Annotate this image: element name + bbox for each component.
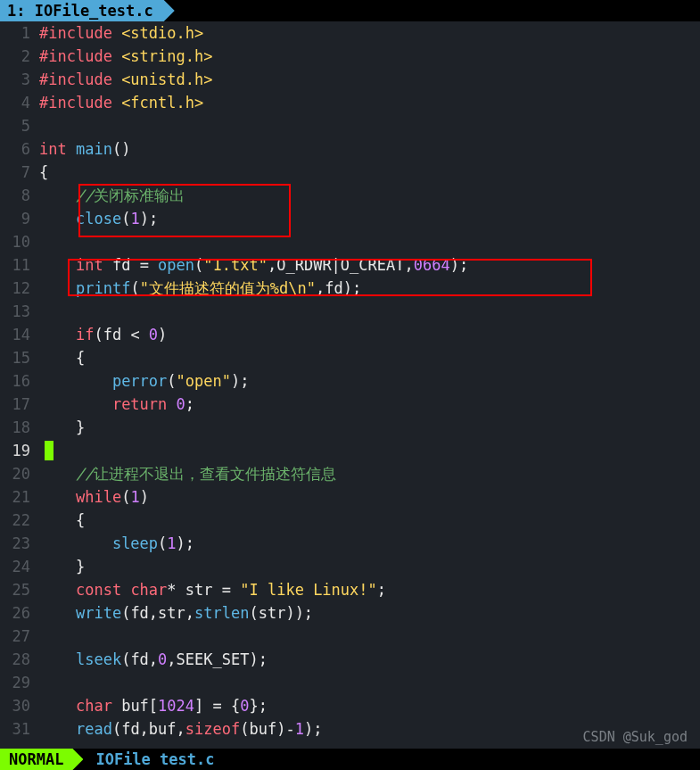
line-number: 7 bbox=[0, 163, 39, 181]
fn-perror: perror bbox=[112, 372, 167, 390]
cursor bbox=[45, 441, 54, 460]
number: 1024 bbox=[158, 697, 194, 715]
line-number: 20 bbox=[0, 465, 39, 483]
line-number: 4 bbox=[0, 94, 39, 112]
vim-mode-badge: NORMAL bbox=[0, 749, 83, 770]
keyword-sizeof: sizeof bbox=[185, 720, 240, 738]
number: 1 bbox=[130, 210, 139, 228]
string: "文件描述符的值为%d\n" bbox=[140, 279, 316, 297]
line-number: 18 bbox=[0, 418, 39, 436]
parens: () bbox=[112, 140, 130, 158]
line-number: 15 bbox=[0, 349, 39, 367]
line-number: 13 bbox=[0, 302, 39, 320]
watermark: CSDN @Suk_god bbox=[583, 729, 688, 745]
string: "open" bbox=[177, 372, 231, 390]
number: 0 bbox=[149, 326, 158, 344]
line-number: 2 bbox=[0, 47, 39, 65]
line-number: 14 bbox=[0, 326, 39, 344]
header: <stdio.h> bbox=[112, 24, 203, 42]
keyword-int: int bbox=[76, 256, 103, 274]
keyword-int: int bbox=[39, 140, 67, 158]
preproc: #include bbox=[39, 24, 112, 42]
brace-open: { bbox=[39, 163, 48, 181]
line-number: 22 bbox=[0, 511, 39, 529]
line-number: 24 bbox=[0, 558, 39, 575]
ident-fd: fd bbox=[103, 256, 140, 274]
line-number: 9 bbox=[0, 210, 39, 228]
brace-close: } bbox=[76, 558, 85, 575]
line-number: 26 bbox=[0, 604, 39, 622]
fn-strlen: strlen bbox=[194, 604, 249, 622]
line-number: 8 bbox=[0, 186, 39, 204]
number: 1 bbox=[295, 720, 304, 738]
string: "I like Linux!" bbox=[240, 581, 377, 599]
brace-open: { bbox=[76, 349, 85, 367]
line-number: 17 bbox=[0, 395, 39, 413]
preproc: #include bbox=[39, 47, 112, 65]
line-number: 10 bbox=[0, 233, 39, 251]
number: 0664 bbox=[414, 256, 450, 274]
line-number: 12 bbox=[0, 279, 39, 297]
comment-text: 让进程不退出，查看文件描述符信息 bbox=[94, 465, 336, 483]
fn-close: close bbox=[76, 210, 121, 228]
line-number: 28 bbox=[0, 650, 39, 668]
string: "1.txt" bbox=[203, 256, 268, 274]
line-number: 11 bbox=[0, 256, 39, 274]
line-number: 1 bbox=[0, 24, 39, 42]
line-number: 31 bbox=[0, 720, 39, 738]
line-number: 16 bbox=[0, 372, 39, 390]
keyword-return: return bbox=[112, 395, 167, 413]
code-editor[interactable]: 1#include <stdio.h> 2#include <string.h>… bbox=[0, 21, 700, 741]
fn-main: main bbox=[67, 140, 112, 158]
number: 0 bbox=[177, 395, 185, 413]
ident-str: str bbox=[185, 581, 222, 599]
comment: // bbox=[76, 465, 94, 483]
line-number: 23 bbox=[0, 534, 39, 552]
line-number-current: 19 bbox=[0, 442, 39, 460]
buffer-tab[interactable]: 1: IOFile_test.c bbox=[0, 0, 175, 21]
header: <string.h> bbox=[112, 47, 213, 65]
fn-lseek: lseek bbox=[76, 650, 121, 668]
comment: // bbox=[76, 186, 94, 204]
keyword-while: while bbox=[76, 488, 121, 506]
line-number: 30 bbox=[0, 697, 39, 715]
number: 1 bbox=[167, 534, 176, 552]
ident-buf: buf[ bbox=[112, 697, 158, 715]
number: 1 bbox=[130, 488, 139, 506]
fn-sleep: sleep bbox=[112, 534, 158, 552]
keyword-const: const bbox=[76, 581, 121, 599]
header: <unistd.h> bbox=[112, 70, 213, 88]
keyword-char: char bbox=[76, 697, 112, 715]
brace-open: { bbox=[76, 511, 85, 529]
keyword-if: if bbox=[76, 326, 94, 344]
status-line: NORMAL IOFile test.c bbox=[0, 749, 700, 770]
preproc: #include bbox=[39, 70, 112, 88]
line-number: 3 bbox=[0, 70, 39, 88]
line-number: 25 bbox=[0, 581, 39, 599]
open-flags: ,O_RDWR|O_CREAT, bbox=[268, 256, 414, 274]
header: <fcntl.h> bbox=[112, 94, 203, 112]
status-filename: IOFile test.c bbox=[83, 750, 214, 768]
brace-close: } bbox=[76, 418, 85, 436]
fn-write: write bbox=[76, 604, 121, 622]
fn-printf: printf bbox=[76, 279, 130, 297]
line-number: 21 bbox=[0, 488, 39, 506]
line-number: 5 bbox=[0, 117, 39, 135]
number: 0 bbox=[240, 697, 249, 715]
line-number: 6 bbox=[0, 140, 39, 158]
comment-text: 关闭标准输出 bbox=[94, 186, 185, 204]
number: 0 bbox=[158, 650, 167, 668]
line-number: 29 bbox=[0, 674, 39, 691]
preproc: #include bbox=[39, 94, 112, 112]
tab-bar: 1: IOFile_test.c bbox=[0, 0, 700, 21]
fn-open: open bbox=[158, 256, 194, 274]
line-number: 27 bbox=[0, 627, 39, 645]
keyword-char: char bbox=[121, 581, 167, 599]
fn-read: read bbox=[76, 720, 112, 738]
